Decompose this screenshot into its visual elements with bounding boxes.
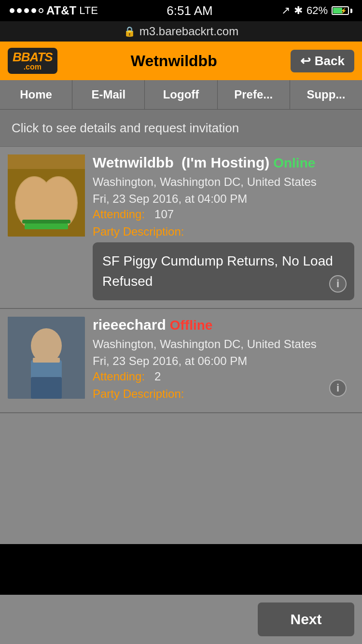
dot-1: [10, 8, 14, 13]
party-attending-2: Attending: 2: [93, 370, 354, 383]
party-info-1: Wetnwildbb (I'm Hosting) Online Washingt…: [93, 154, 354, 300]
url-display: m3.barebackrt.com: [139, 25, 238, 38]
tab-logoff[interactable]: Logoff: [145, 80, 217, 109]
nav-tabs: Home E-Mail Logoff Prefe... Supp...: [0, 80, 362, 110]
svg-rect-7: [25, 224, 68, 229]
svg-rect-11: [33, 358, 60, 363]
attending-label-1: Attending:: [93, 208, 145, 221]
network-label: LTE: [79, 4, 98, 17]
back-arrow-icon: ↩: [300, 54, 311, 69]
party-date-1: Fri, 23 Sep 2016, at 04:00 PM: [93, 192, 354, 206]
party-card-1[interactable]: Wetnwildbb (I'm Hosting) Online Washingt…: [0, 147, 362, 309]
party-info-2: rieeechard Offline Washington, Washingto…: [93, 317, 354, 405]
address-bar[interactable]: 🔒 m3.barebackrt.com: [0, 21, 362, 42]
party-status-1: Online: [273, 155, 315, 171]
attending-count-value-1: 107: [154, 208, 174, 221]
dot-5: [39, 8, 43, 13]
party-username-1: Wetnwildbb: [93, 154, 178, 171]
profile-image-1: [8, 154, 85, 237]
attending-count-2: [148, 370, 152, 383]
location-arrow-icon: ↗: [281, 4, 290, 17]
dot-2: [17, 8, 22, 13]
party-desc-label-1: Party Description:: [93, 225, 354, 238]
party-thumbnail-1: [8, 154, 85, 237]
next-button[interactable]: Next: [258, 602, 354, 636]
signal-dots: [10, 8, 43, 13]
dot-4: [31, 8, 36, 13]
carrier-label: AT&T: [46, 4, 76, 17]
tab-home[interactable]: Home: [0, 80, 72, 109]
logo: BBATS .com: [8, 48, 57, 74]
page-title: Wetnwildbb: [131, 52, 217, 70]
attending-label-2: Attending:: [93, 370, 145, 383]
party-description-text-1: SF Piggy Cumdump Returns, No Load Refuse…: [102, 253, 333, 289]
bottom-bar: Next: [0, 595, 362, 644]
lock-icon: 🔒: [124, 26, 136, 37]
back-button[interactable]: ↩ Back: [291, 50, 354, 72]
party-status-2: Offline: [170, 318, 213, 333]
clock: 6:51 AM: [167, 3, 212, 18]
tab-email[interactable]: E-Mail: [72, 80, 145, 109]
battery-bolt-icon: ⚡: [340, 8, 347, 14]
main-content: Click to see details and request invitat…: [0, 110, 362, 544]
battery-tip: [350, 9, 352, 13]
party-thumbnail-2: [8, 317, 85, 399]
party-details-2: rieeechard Offline Washington, Washingto…: [93, 317, 354, 401]
svg-rect-5: [8, 154, 85, 169]
attending-count-value-2: 2: [154, 370, 161, 383]
party-details-1: Wetnwildbb (I'm Hosting) Online Washingt…: [93, 154, 354, 300]
svg-rect-12: [31, 377, 62, 399]
party-date-2: Fri, 23 Sep 2016, at 06:00 PM: [93, 354, 354, 368]
party-username-2: rieeechard: [93, 317, 166, 333]
logo-bottom: .com: [24, 63, 42, 71]
status-left: AT&T LTE: [10, 4, 98, 17]
logo-top: BBATS: [13, 51, 53, 63]
dot-3: [24, 8, 29, 13]
party-card-2[interactable]: rieeechard Offline Washington, Washingto…: [0, 309, 362, 413]
tab-preferences[interactable]: Prefe...: [218, 80, 290, 109]
party-location-1: Washington, Washington DC, United States: [93, 174, 354, 190]
battery-icon: ⚡: [332, 6, 352, 15]
party-name-row-1: Wetnwildbb (I'm Hosting) Online: [93, 154, 354, 171]
party-location-2: Washington, Washington DC, United States: [93, 336, 354, 352]
party-description-box-1: SF Piggy Cumdump Returns, No Load Refuse…: [93, 242, 354, 300]
profile-image-2: [8, 317, 85, 399]
attending-count-1: [148, 208, 152, 221]
app-header: BBATS .com Wetnwildbb ↩ Back: [0, 42, 362, 80]
bottom-spacer: [0, 413, 362, 452]
info-icon-2[interactable]: i: [329, 379, 347, 397]
party-name-row-2: rieeechard Offline: [93, 317, 354, 333]
party-hosting-label-1: (I'm Hosting): [181, 154, 269, 171]
battery-percentage: 62%: [306, 4, 328, 17]
info-icon-1[interactable]: i: [329, 275, 347, 293]
click-banner-text: Click to see details and request invitat…: [12, 121, 239, 135]
tab-support[interactable]: Supp...: [290, 80, 362, 109]
status-bar: AT&T LTE 6:51 AM ↗ ✱ 62% ⚡: [0, 0, 362, 21]
status-right: ↗ ✱ 62% ⚡: [281, 4, 352, 17]
party-attending-1: Attending: 107: [93, 208, 354, 221]
svg-rect-6: [22, 220, 70, 224]
party-desc-label-2: Party Description:: [93, 387, 354, 401]
click-banner[interactable]: Click to see details and request invitat…: [0, 110, 362, 147]
bluetooth-icon: ✱: [294, 4, 303, 17]
back-label: Back: [315, 54, 345, 69]
